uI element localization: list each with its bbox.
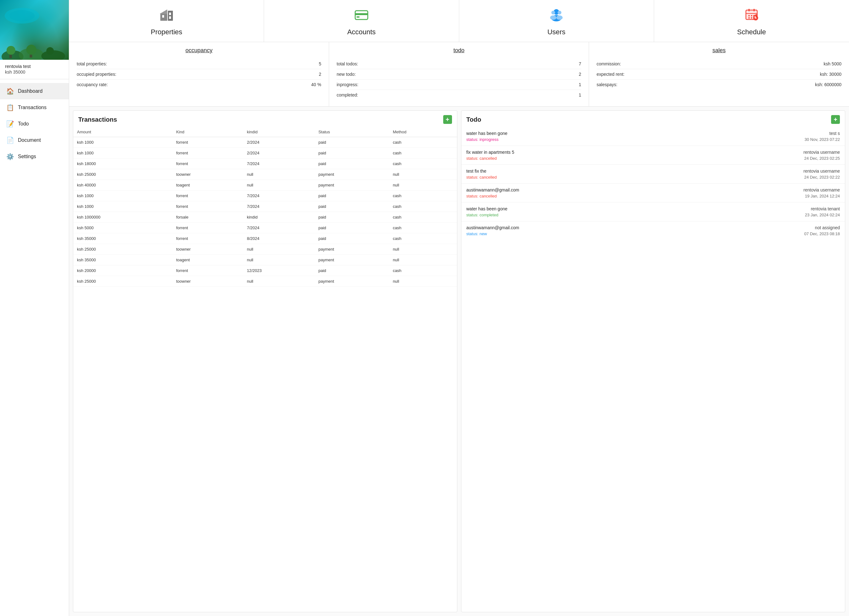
top-nav-label-schedule: Schedule [737,28,766,36]
accounts-nav-icon [354,7,369,25]
stats-label: total properties: [77,61,107,66]
cell-status: payment [315,244,389,255]
transactions-title: Transactions [78,116,117,123]
table-row[interactable]: ksh 1000forrent2/2024paidcash [73,148,457,158]
cell-method: null [389,244,457,255]
table-row[interactable]: ksh 1000forrent2/2024paidcash [73,137,457,148]
cell-amount: ksh 1000 [73,191,172,201]
list-item[interactable]: water has been gone test s status: inpro… [462,127,845,146]
properties-nav-icon [159,7,174,25]
todo-item-status: status: cancelled [466,194,497,198]
table-row[interactable]: ksh 18000forrent7/2024paidcash [73,158,457,169]
sidebar-item-transactions[interactable]: 📋Transactions [0,99,69,116]
stats-card-sales: salescommission:ksh 5000expected rent:ks… [589,42,849,106]
cell-method: cash [389,158,457,169]
cell-method: cash [389,201,457,212]
cell-kind: toagent [172,255,243,265]
settings-icon: ⚙️ [6,153,14,160]
cell-status: paid [315,137,389,148]
todo-item-date: 23 Jan, 2024 02:24 [805,213,840,217]
cell-method: null [389,180,457,191]
table-row[interactable]: ksh 1000forrent7/2024paidcash [73,201,457,212]
cell-status: paid [315,265,389,276]
cell-method: null [389,276,457,287]
list-item[interactable]: austinwamann@gmail.com rentovia username… [462,183,845,203]
cell-amount: ksh 1000 [73,201,172,212]
users-nav-icon [549,7,564,25]
top-nav-properties[interactable]: Properties [69,0,264,42]
todo-bottom-3: status: cancelled 19 Jan, 2024 12:24 [466,194,840,198]
property-price: ksh 35000 [0,70,69,78]
cell-kind: toowner [172,169,243,180]
cell-method: cash [389,191,457,201]
stats-card-occupancy: occupancytotal properties:5occupied prop… [69,42,329,106]
top-nav-schedule[interactable]: Schedule [654,0,849,42]
stats-label: new todo: [337,72,356,77]
todo-list: water has been gone test s status: inpro… [462,127,845,240]
sidebar-item-settings[interactable]: ⚙️Settings [0,148,69,165]
stats-label: inprogress: [337,82,358,87]
table-row[interactable]: ksh 25000toownernullpaymentnull [73,276,457,287]
list-item[interactable]: fix water in apartments 5 rentovia usern… [462,146,845,165]
cell-status: paid [315,223,389,233]
sidebar-item-dashboard[interactable]: 🏠Dashboard [0,83,69,99]
document-icon: 📄 [6,136,14,144]
table-row[interactable]: ksh 1000forrent7/2024paidcash [73,191,457,201]
todo-top-5: austinwamann@gmail.com not assigned [466,225,840,230]
sidebar-item-todo[interactable]: 📝Todo [0,116,69,132]
cell-method: null [389,287,457,291]
stats-label: completed: [337,92,358,97]
col-header-method: Method [389,127,457,137]
cell-amount: ksh 1000 [73,148,172,158]
cell-kind: toowner [172,244,243,255]
stats-value: 2 [579,72,581,77]
list-item[interactable]: water has been gone rentovia tenant stat… [462,203,845,221]
cell-status: paid [315,201,389,212]
top-nav-accounts[interactable]: Accounts [264,0,459,42]
sidebar-item-document[interactable]: 📄Document [0,132,69,148]
cell-kindid: 8/2024 [243,233,314,244]
table-row[interactable]: ksh 35000toagentnullpaymentnull [73,255,457,265]
todo-item-title: austinwamann@gmail.com [466,187,519,192]
table-row[interactable]: ksh 30000toagentnullpaymentnull [73,287,457,291]
stats-label: salespays: [597,82,617,87]
todo-icon: 📝 [6,120,14,128]
property-name: rentovia test [0,60,69,70]
cell-amount: ksh 18000 [73,158,172,169]
svg-rect-17 [355,13,368,15]
table-row[interactable]: ksh 25000toownernullpaymentnull [73,169,457,180]
cell-kind: forrent [172,233,243,244]
cell-amount: ksh 35000 [73,233,172,244]
top-nav-users[interactable]: Users [459,0,654,42]
add-todo-button[interactable]: + [831,115,840,124]
cell-kindid: kindid [243,212,314,223]
todo-item-title: water has been gone [466,206,508,211]
list-item[interactable]: austinwamann@gmail.com not assigned stat… [462,221,845,240]
col-header-status: Status [315,127,389,137]
cell-status: paid [315,148,389,158]
transactions-table: AmountKindkindidStatusMethod ksh 1000for… [73,127,457,291]
svg-point-6 [27,45,36,55]
list-item[interactable]: test fix the rentovia username status: c… [462,165,845,183]
todo-title: Todo [466,116,481,123]
todo-item-assignee: rentovia tenant [811,206,840,211]
table-row[interactable]: ksh 35000forrent8/2024paidcash [73,233,457,244]
table-row[interactable]: ksh 5000forrent7/2024paidcash [73,223,457,233]
stats-item-todo-3: completed:1 [337,90,581,100]
todo-top-0: water has been gone test s [466,131,840,136]
svg-marker-12 [160,9,167,14]
todo-item-assignee: rentovia username [803,150,840,155]
transactions-table-container[interactable]: AmountKindkindidStatusMethod ksh 1000for… [73,127,457,291]
todo-bottom-5: status: new 07 Dec, 2023 08:18 [466,231,840,236]
table-row[interactable]: ksh 40000toagentnullpaymentnull [73,180,457,191]
cell-kindid: 7/2024 [243,223,314,233]
cell-kindid: null [243,180,314,191]
table-row[interactable]: ksh 1000000forsalekindidpaidcash [73,212,457,223]
table-row[interactable]: ksh 25000toownernullpaymentnull [73,244,457,255]
cell-status: paid [315,233,389,244]
stats-item-todo-0: total todos:7 [337,59,581,69]
svg-rect-18 [356,16,360,18]
table-row[interactable]: ksh 20000forrent12/2023paidcash [73,265,457,276]
todo-panel: Todo + water has been gone test s status… [461,110,846,612]
add-transaction-button[interactable]: + [443,115,452,124]
